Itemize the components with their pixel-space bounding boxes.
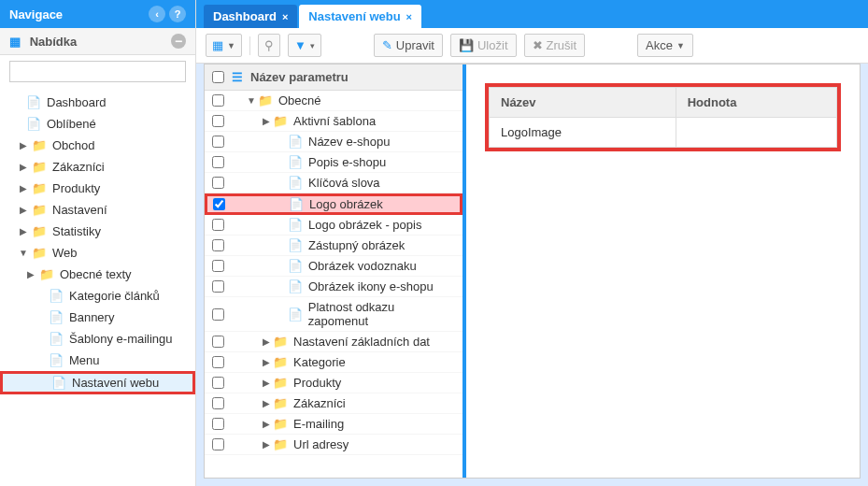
grid-row[interactable]: ▶📁Nastavení základních dat [205,332,462,352]
collapse-icon[interactable]: − [171,34,186,49]
cancel-button[interactable]: ✖Zrušit [524,34,586,57]
caret-icon[interactable]: ▶ [262,336,271,347]
sidebar-search-input[interactable] [9,61,186,82]
edit-button[interactable]: ✎Upravit [374,34,443,57]
file-icon: 📄 [49,289,64,303]
sidebar-item[interactable]: 📄Bannery [0,307,195,328]
detail-header-name: Název [490,88,676,118]
tabs: Dashboard×Nastavení webu× [196,0,868,28]
filter-button[interactable]: ▼▾ [288,34,321,57]
grid-row[interactable]: ▼📁Obecné [205,91,462,111]
row-label: Zákazníci [293,396,346,410]
row-label: Kategorie [293,355,346,369]
grid-row[interactable]: 📄Logo obrázek [205,193,462,215]
caret-icon[interactable]: ▶ [262,398,271,408]
sidebar-item[interactable]: ▶📁Nastavení [0,199,195,221]
caret-icon: ▶ [26,269,36,279]
sidebar-item[interactable]: 📄Kategorie článků [0,285,195,307]
grid-row[interactable]: ▶📁Zákazníci [205,393,462,414]
folder-icon: 📁 [258,93,273,107]
row-label: Název e-shopu [308,135,390,149]
detail-row[interactable]: LogoImage [490,118,837,148]
row-checkbox[interactable] [212,356,224,368]
sidebar-item[interactable]: 📄Nastavení webu [0,371,195,394]
back-icon[interactable]: ‹ [149,6,165,22]
save-button[interactable]: 💾Uložit [450,34,517,57]
folder-icon: 📁 [273,335,288,349]
view-mode-button[interactable]: ▦▼ [206,34,242,57]
row-checkbox[interactable] [212,115,224,127]
file-icon: 📄 [288,238,303,252]
actions-button[interactable]: Akce▼ [637,34,693,57]
row-checkbox[interactable] [212,438,224,450]
row-checkbox[interactable] [212,418,224,430]
file-icon: 📄 [51,376,66,390]
select-all-checkbox[interactable] [212,71,224,83]
sidebar-item-label: Nastavení webu [72,376,159,390]
grid-row[interactable]: ▶📁Kategorie [205,352,462,373]
menu-title-bar: ▦ Nabídka − [0,28,195,55]
sidebar-item[interactable]: 📄Šablony e-mailingu [0,328,195,350]
sidebar-item[interactable]: ▼📁Web [0,242,195,264]
row-checkbox[interactable] [212,156,224,168]
tab[interactable]: Nastavení webu× [299,5,421,28]
grid-row[interactable]: ▶📁E-mailing [205,414,462,435]
row-label: Popis e-shopu [308,155,386,169]
grid-row[interactable]: ▶📁Aktivní šablona [205,111,462,132]
folder-icon: 📁 [273,114,288,128]
caret-icon[interactable]: ▶ [262,419,271,429]
caret-icon[interactable]: ▶ [262,378,271,388]
detail-name: LogoImage [490,118,676,148]
caret-icon[interactable]: ▶ [262,116,271,126]
row-label: Aktivní šablona [293,114,376,128]
folder-icon: 📁 [32,160,47,174]
row-checkbox[interactable] [212,308,224,321]
row-checkbox[interactable] [212,397,224,409]
pin-button[interactable]: ⚲ [258,34,280,57]
row-checkbox[interactable] [212,336,224,348]
row-checkbox[interactable] [212,377,224,389]
grid-row[interactable]: 📄Logo obrázek - popis [205,215,462,236]
row-checkbox[interactable] [212,177,224,189]
row-label: Klíčová slova [308,176,380,190]
grid-row[interactable]: 📄Platnost odkazu zapomenut [205,297,462,332]
sidebar-item[interactable]: 📄Menu [0,350,195,371]
tab-close-icon[interactable]: × [282,11,288,22]
row-label: E-mailing [293,417,344,431]
grid-row[interactable]: 📄Obrázek ikony e-shopu [205,277,462,297]
caret-icon[interactable]: ▶ [262,357,271,367]
row-checkbox[interactable] [212,94,224,107]
grid-row[interactable]: ▶📁Produkty [205,373,462,393]
row-label: Zástupný obrázek [308,238,405,252]
grid-row[interactable]: 📄Obrázek vodoznaku [205,256,462,277]
tab[interactable]: Dashboard× [204,5,297,28]
main: Dashboard×Nastavení webu× ▦▼ ⚲ ▼▾ ✎Uprav… [196,0,868,486]
grid-body: ▼📁Obecné▶📁Aktivní šablona📄Název e-shopu📄… [205,91,462,478]
caret-icon[interactable]: ▶ [262,439,271,450]
grid-row[interactable]: ▶📁Url adresy [205,435,462,455]
detail-panel: Název Hodnota LogoImage [466,64,860,478]
sidebar-item[interactable]: ▶📁Obecné texty [0,264,195,285]
detail-value[interactable] [676,118,836,148]
sidebar-item[interactable]: ▶📁Statistiky [0,221,195,242]
grid-row[interactable]: 📄Zástupný obrázek [205,236,462,256]
caret-icon[interactable]: ▼ [247,95,256,106]
row-checkbox[interactable] [212,219,224,231]
sidebar-item[interactable]: ▶📁Obchod [0,135,195,156]
sidebar-item[interactable]: ▶📁Zákazníci [0,156,195,178]
sidebar-item[interactable]: 📄Oblíbené [0,113,195,135]
grid-row[interactable]: 📄Název e-shopu [205,132,462,152]
row-checkbox[interactable] [212,280,224,293]
row-checkbox[interactable] [212,136,224,148]
sidebar-item[interactable]: 📄Dashboard [0,92,195,113]
row-checkbox[interactable] [213,198,225,210]
sidebar-item[interactable]: ▶📁Produkty [0,178,195,199]
help-icon[interactable]: ? [169,6,186,22]
row-checkbox[interactable] [212,239,224,251]
row-checkbox[interactable] [212,260,224,272]
tab-close-icon[interactable]: × [406,11,412,22]
grid-row[interactable]: 📄Popis e-shopu [205,152,462,173]
lines-icon[interactable]: ☰ [232,70,243,84]
sidebar-item-label: Šablony e-mailingu [69,332,173,346]
grid-row[interactable]: 📄Klíčová slova [205,173,462,193]
